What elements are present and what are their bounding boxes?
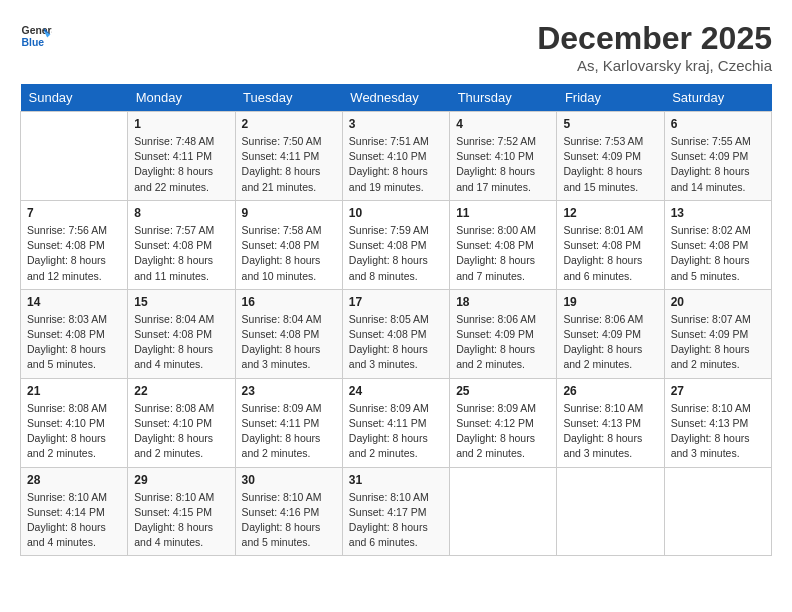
week-row-2: 7 Sunrise: 7:56 AMSunset: 4:08 PMDayligh… <box>21 200 772 289</box>
cell-info: Sunrise: 7:53 AMSunset: 4:09 PMDaylight:… <box>563 134 657 195</box>
day-number: 11 <box>456 206 550 220</box>
cell-info: Sunrise: 8:07 AMSunset: 4:09 PMDaylight:… <box>671 312 765 373</box>
col-header-thursday: Thursday <box>450 84 557 112</box>
day-cell: 8 Sunrise: 7:57 AMSunset: 4:08 PMDayligh… <box>128 200 235 289</box>
day-number: 12 <box>563 206 657 220</box>
calendar-body: 1 Sunrise: 7:48 AMSunset: 4:11 PMDayligh… <box>21 112 772 556</box>
day-cell: 21 Sunrise: 8:08 AMSunset: 4:10 PMDaylig… <box>21 378 128 467</box>
col-header-friday: Friday <box>557 84 664 112</box>
cell-info: Sunrise: 8:04 AMSunset: 4:08 PMDaylight:… <box>242 312 336 373</box>
day-cell <box>450 467 557 556</box>
day-cell: 25 Sunrise: 8:09 AMSunset: 4:12 PMDaylig… <box>450 378 557 467</box>
day-cell: 7 Sunrise: 7:56 AMSunset: 4:08 PMDayligh… <box>21 200 128 289</box>
cell-info: Sunrise: 7:55 AMSunset: 4:09 PMDaylight:… <box>671 134 765 195</box>
col-header-sunday: Sunday <box>21 84 128 112</box>
cell-info: Sunrise: 8:05 AMSunset: 4:08 PMDaylight:… <box>349 312 443 373</box>
day-cell: 18 Sunrise: 8:06 AMSunset: 4:09 PMDaylig… <box>450 289 557 378</box>
day-cell: 2 Sunrise: 7:50 AMSunset: 4:11 PMDayligh… <box>235 112 342 201</box>
day-number: 28 <box>27 473 121 487</box>
cell-info: Sunrise: 8:10 AMSunset: 4:14 PMDaylight:… <box>27 490 121 551</box>
day-cell: 4 Sunrise: 7:52 AMSunset: 4:10 PMDayligh… <box>450 112 557 201</box>
cell-info: Sunrise: 8:01 AMSunset: 4:08 PMDaylight:… <box>563 223 657 284</box>
day-number: 31 <box>349 473 443 487</box>
day-cell: 24 Sunrise: 8:09 AMSunset: 4:11 PMDaylig… <box>342 378 449 467</box>
day-number: 18 <box>456 295 550 309</box>
logo-icon: General Blue <box>20 20 52 52</box>
calendar-table: SundayMondayTuesdayWednesdayThursdayFrid… <box>20 84 772 556</box>
day-cell <box>664 467 771 556</box>
cell-info: Sunrise: 7:50 AMSunset: 4:11 PMDaylight:… <box>242 134 336 195</box>
day-number: 15 <box>134 295 228 309</box>
cell-info: Sunrise: 8:08 AMSunset: 4:10 PMDaylight:… <box>134 401 228 462</box>
day-cell: 15 Sunrise: 8:04 AMSunset: 4:08 PMDaylig… <box>128 289 235 378</box>
day-cell: 11 Sunrise: 8:00 AMSunset: 4:08 PMDaylig… <box>450 200 557 289</box>
svg-text:Blue: Blue <box>22 37 45 48</box>
cell-info: Sunrise: 8:02 AMSunset: 4:08 PMDaylight:… <box>671 223 765 284</box>
cell-info: Sunrise: 7:59 AMSunset: 4:08 PMDaylight:… <box>349 223 443 284</box>
location-subtitle: As, Karlovarsky kraj, Czechia <box>537 57 772 74</box>
day-number: 5 <box>563 117 657 131</box>
cell-info: Sunrise: 8:03 AMSunset: 4:08 PMDaylight:… <box>27 312 121 373</box>
cell-info: Sunrise: 8:09 AMSunset: 4:11 PMDaylight:… <box>349 401 443 462</box>
day-number: 6 <box>671 117 765 131</box>
day-number: 9 <box>242 206 336 220</box>
cell-info: Sunrise: 8:08 AMSunset: 4:10 PMDaylight:… <box>27 401 121 462</box>
day-number: 10 <box>349 206 443 220</box>
header-row: SundayMondayTuesdayWednesdayThursdayFrid… <box>21 84 772 112</box>
cell-info: Sunrise: 8:00 AMSunset: 4:08 PMDaylight:… <box>456 223 550 284</box>
day-cell: 23 Sunrise: 8:09 AMSunset: 4:11 PMDaylig… <box>235 378 342 467</box>
cell-info: Sunrise: 7:48 AMSunset: 4:11 PMDaylight:… <box>134 134 228 195</box>
week-row-1: 1 Sunrise: 7:48 AMSunset: 4:11 PMDayligh… <box>21 112 772 201</box>
day-cell <box>557 467 664 556</box>
day-cell: 17 Sunrise: 8:05 AMSunset: 4:08 PMDaylig… <box>342 289 449 378</box>
day-number: 20 <box>671 295 765 309</box>
day-cell <box>21 112 128 201</box>
day-cell: 29 Sunrise: 8:10 AMSunset: 4:15 PMDaylig… <box>128 467 235 556</box>
cell-info: Sunrise: 7:51 AMSunset: 4:10 PMDaylight:… <box>349 134 443 195</box>
cell-info: Sunrise: 8:10 AMSunset: 4:15 PMDaylight:… <box>134 490 228 551</box>
day-number: 21 <box>27 384 121 398</box>
day-number: 19 <box>563 295 657 309</box>
day-cell: 12 Sunrise: 8:01 AMSunset: 4:08 PMDaylig… <box>557 200 664 289</box>
day-number: 3 <box>349 117 443 131</box>
calendar-header: SundayMondayTuesdayWednesdayThursdayFrid… <box>21 84 772 112</box>
day-cell: 19 Sunrise: 8:06 AMSunset: 4:09 PMDaylig… <box>557 289 664 378</box>
day-number: 26 <box>563 384 657 398</box>
day-cell: 13 Sunrise: 8:02 AMSunset: 4:08 PMDaylig… <box>664 200 771 289</box>
day-cell: 16 Sunrise: 8:04 AMSunset: 4:08 PMDaylig… <box>235 289 342 378</box>
day-number: 30 <box>242 473 336 487</box>
cell-info: Sunrise: 8:09 AMSunset: 4:12 PMDaylight:… <box>456 401 550 462</box>
day-cell: 26 Sunrise: 8:10 AMSunset: 4:13 PMDaylig… <box>557 378 664 467</box>
day-cell: 20 Sunrise: 8:07 AMSunset: 4:09 PMDaylig… <box>664 289 771 378</box>
cell-info: Sunrise: 8:04 AMSunset: 4:08 PMDaylight:… <box>134 312 228 373</box>
col-header-saturday: Saturday <box>664 84 771 112</box>
day-number: 8 <box>134 206 228 220</box>
day-cell: 5 Sunrise: 7:53 AMSunset: 4:09 PMDayligh… <box>557 112 664 201</box>
week-row-4: 21 Sunrise: 8:08 AMSunset: 4:10 PMDaylig… <box>21 378 772 467</box>
cell-info: Sunrise: 7:58 AMSunset: 4:08 PMDaylight:… <box>242 223 336 284</box>
day-cell: 9 Sunrise: 7:58 AMSunset: 4:08 PMDayligh… <box>235 200 342 289</box>
cell-info: Sunrise: 7:57 AMSunset: 4:08 PMDaylight:… <box>134 223 228 284</box>
col-header-tuesday: Tuesday <box>235 84 342 112</box>
day-number: 24 <box>349 384 443 398</box>
day-number: 25 <box>456 384 550 398</box>
cell-info: Sunrise: 8:10 AMSunset: 4:16 PMDaylight:… <box>242 490 336 551</box>
day-number: 4 <box>456 117 550 131</box>
day-number: 22 <box>134 384 228 398</box>
cell-info: Sunrise: 8:06 AMSunset: 4:09 PMDaylight:… <box>456 312 550 373</box>
cell-info: Sunrise: 8:10 AMSunset: 4:17 PMDaylight:… <box>349 490 443 551</box>
day-cell: 31 Sunrise: 8:10 AMSunset: 4:17 PMDaylig… <box>342 467 449 556</box>
day-cell: 30 Sunrise: 8:10 AMSunset: 4:16 PMDaylig… <box>235 467 342 556</box>
day-number: 27 <box>671 384 765 398</box>
day-cell: 14 Sunrise: 8:03 AMSunset: 4:08 PMDaylig… <box>21 289 128 378</box>
day-number: 2 <box>242 117 336 131</box>
day-cell: 1 Sunrise: 7:48 AMSunset: 4:11 PMDayligh… <box>128 112 235 201</box>
day-number: 17 <box>349 295 443 309</box>
col-header-monday: Monday <box>128 84 235 112</box>
day-number: 1 <box>134 117 228 131</box>
week-row-3: 14 Sunrise: 8:03 AMSunset: 4:08 PMDaylig… <box>21 289 772 378</box>
day-number: 7 <box>27 206 121 220</box>
logo: General Blue <box>20 20 52 52</box>
title-block: December 2025 As, Karlovarsky kraj, Czec… <box>537 20 772 74</box>
cell-info: Sunrise: 8:10 AMSunset: 4:13 PMDaylight:… <box>563 401 657 462</box>
